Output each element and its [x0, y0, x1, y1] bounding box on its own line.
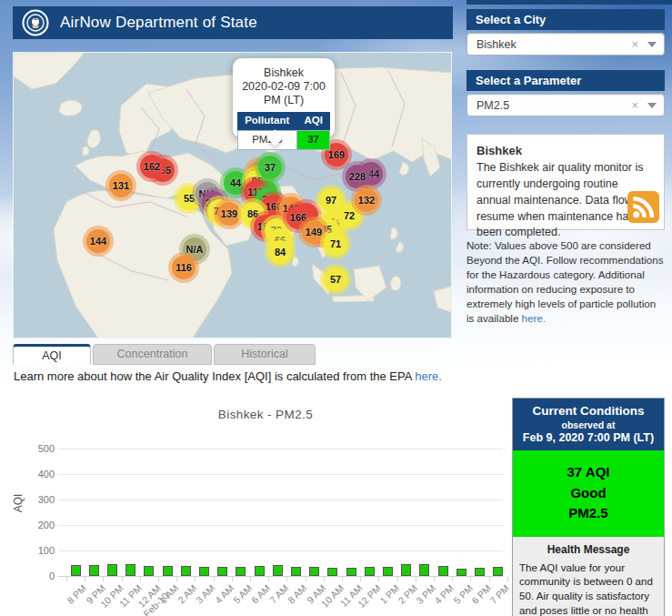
rss-icon[interactable] — [627, 191, 659, 223]
x-axis-tick — [507, 576, 508, 581]
gridline — [58, 449, 503, 449]
x-axis-tick — [452, 576, 453, 581]
city-dropdown-value: Bishkek — [476, 38, 631, 51]
current-conditions-panel: Current Conditions observed at Feb 9, 20… — [512, 398, 665, 616]
aqi-marker[interactable]: 84 — [268, 240, 292, 264]
x-axis-label: 1 AM — [157, 582, 180, 605]
x-axis-label: 6 PM — [469, 582, 493, 606]
parameter-dropdown[interactable]: PM2.5 × — [466, 94, 665, 116]
x-axis-label: 3 AM — [194, 582, 216, 605]
aqi-marker[interactable]: 162 — [140, 155, 164, 178]
popup-col-pollutant: Pollutant — [237, 112, 296, 130]
x-axis-tick — [378, 576, 379, 581]
chart-bar — [438, 566, 448, 576]
learn-more-text: Learn more about how the Air Quality Ind… — [14, 369, 442, 383]
tab-aqi[interactable]: AQI — [13, 344, 91, 365]
x-axis-tick — [176, 576, 177, 581]
x-axis-tick — [306, 576, 306, 581]
x-axis-tick — [268, 576, 269, 581]
aqi-value: 37 AQI — [513, 462, 664, 483]
y-axis-tick-label: 400 — [29, 469, 55, 480]
health-message-text: The AQI value for your community is betw… — [519, 560, 657, 616]
y-axis-tick-label: 100 — [29, 545, 55, 556]
aqi-marker[interactable]: 71 — [324, 232, 347, 256]
y-axis-tick-label: 500 — [29, 443, 55, 454]
x-axis-label: 7 PM — [487, 582, 511, 606]
note-here-link[interactable]: here. — [522, 312, 546, 324]
chart-bar — [71, 565, 81, 576]
tab-historical[interactable]: Historical — [214, 344, 316, 365]
x-axis-label: 2 PM — [396, 582, 419, 606]
chart-bar — [199, 567, 209, 576]
chart-bar — [89, 565, 99, 576]
clear-city-icon[interactable]: × — [631, 37, 638, 51]
aqi-marker[interactable]: 139 — [217, 202, 241, 226]
note-text: Note: Values above 500 are considered Be… — [466, 238, 665, 326]
x-axis-tick — [489, 576, 490, 581]
x-axis-tick — [342, 576, 343, 581]
x-axis-tick — [122, 576, 123, 581]
x-axis-label: 8 AM — [286, 582, 308, 605]
chevron-down-icon[interactable] — [647, 103, 657, 108]
aqi-marker[interactable]: 149 — [302, 220, 326, 244]
aqi-marker[interactable]: 228 — [346, 165, 369, 188]
observed-datetime: Feb 9, 2020 7:00 PM (LT) — [517, 431, 660, 444]
aqi-marker[interactable]: 116 — [172, 256, 196, 279]
chart-bar — [291, 567, 301, 576]
chevron-down-icon[interactable] — [647, 42, 657, 47]
map-popup: Bishkek 2020-02-09 7:00 PM (LT) Pollutan… — [233, 58, 335, 138]
x-axis-label: 5 AM — [231, 582, 254, 605]
x-axis-label: 4 PM — [433, 582, 456, 606]
clear-parameter-icon[interactable]: × — [631, 98, 638, 112]
x-axis-tick — [85, 576, 85, 581]
map[interactable]: 155162131144N/A11655N/A24170139441459523… — [13, 52, 452, 338]
y-axis-tick-label: 200 — [29, 520, 55, 530]
aqi-marker[interactable]: 132 — [355, 188, 378, 212]
city-dropdown[interactable]: Bishkek × — [466, 33, 665, 56]
city-info-box: Bishkek The Bishkek air quality monitor … — [466, 134, 665, 230]
gridline — [58, 474, 503, 475]
popup-city: Bishkek — [233, 66, 335, 80]
health-message-title: Health Message — [519, 542, 657, 557]
chart-bar — [383, 567, 393, 576]
gridline — [58, 550, 503, 551]
x-axis-label: 7 AM — [267, 582, 290, 605]
app-header: AirNow Department of State — [13, 6, 453, 39]
aqi-marker[interactable]: 37 — [258, 156, 282, 179]
select-city-header: Select a City — [466, 9, 665, 30]
aqi-chart: Bishkek - PM2.5 AQI 01002003004005008 PM… — [13, 399, 509, 616]
aqi-summary-box: 37 AQI Good PM2.5 — [513, 450, 664, 537]
info-box-title: Bishkek — [476, 143, 655, 159]
x-axis-label: 3 PM — [414, 582, 437, 606]
aqi-category: Good — [513, 483, 664, 504]
aqi-marker[interactable]: 144 — [86, 229, 110, 253]
chart-bar — [125, 564, 135, 576]
x-axis-line — [58, 576, 503, 577]
chart-bar — [309, 567, 319, 576]
y-axis-tick-label: 300 — [29, 494, 55, 505]
popup-pollutant-value: PM2.5 — [237, 130, 296, 149]
aqi-marker[interactable]: 131 — [109, 174, 133, 197]
x-axis-tick — [232, 576, 233, 581]
y-axis-tick-label: 0 — [29, 571, 55, 581]
popup-datetime: 2020-02-09 7:00 PM (LT) — [233, 80, 335, 107]
x-axis-tick — [470, 576, 471, 581]
chart-bar — [346, 568, 356, 576]
aqi-marker[interactable]: 57 — [324, 268, 347, 291]
parameter-dropdown-value: PM2.5 — [476, 99, 631, 112]
chart-bar — [273, 565, 283, 576]
popup-col-aqi: AQI — [296, 112, 329, 130]
x-axis-tick — [195, 576, 196, 581]
x-axis-tick — [434, 576, 435, 581]
chart-bar — [163, 566, 173, 576]
popup-aqi-value: 37 — [296, 130, 329, 149]
x-axis-tick — [250, 576, 251, 581]
tab-concentration[interactable]: Concentration — [93, 344, 212, 365]
chart-bar — [217, 567, 227, 576]
x-axis-label: 5 PM — [451, 582, 475, 606]
x-axis-label: 8 PM — [65, 582, 89, 606]
x-axis-tick — [397, 576, 398, 581]
health-message-box: Health Message The AQI value for your co… — [513, 537, 664, 616]
observed-at-label: observed at — [517, 419, 660, 430]
epa-here-link[interactable]: here. — [415, 369, 442, 383]
